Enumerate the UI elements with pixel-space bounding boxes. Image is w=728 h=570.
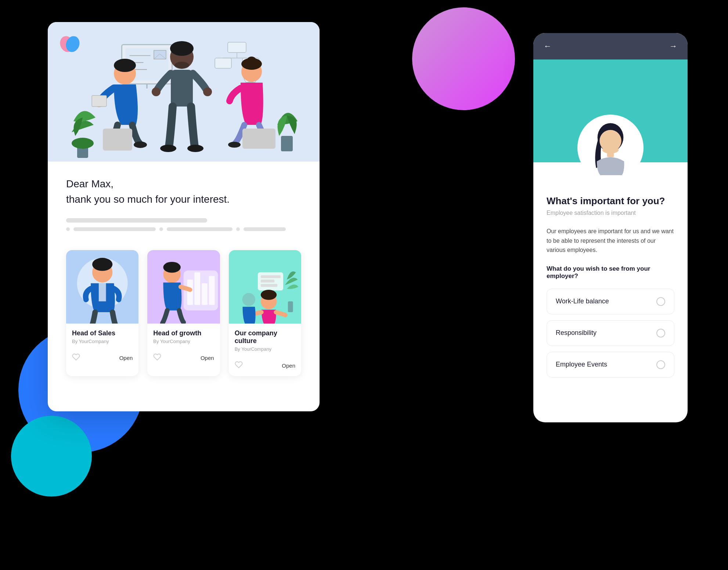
job-card-3-heart-icon[interactable] [235,361,243,370]
svg-point-32 [160,145,176,152]
job-card-1-open-button[interactable]: Open [119,355,133,361]
job-card-2-actions: Open [147,350,220,368]
option-responsibility-radio[interactable] [656,329,665,338]
svg-point-20 [114,59,136,72]
svg-point-28 [174,62,189,69]
job-card-3[interactable]: Our company culture By YourCompany Open [229,250,301,376]
option-employee-events-radio[interactable] [656,360,665,369]
option-work-life-balance-radio[interactable] [656,297,665,306]
svg-point-30 [152,87,161,96]
job-cards: Head of Sales By YourCompany Open [66,250,301,376]
left-panel-content: Dear Max, thank you so much for your int… [48,162,320,391]
left-panel: Dear Max, thank you so much for your int… [48,22,320,411]
svg-point-59 [242,293,255,306]
greeting-text: Dear Max, thank you so much for your int… [66,176,301,207]
job-card-2-open-button[interactable]: Open [201,355,214,361]
job-card-2-title: Head of growth [153,329,214,337]
forward-arrow-button[interactable]: → [669,42,677,51]
job-card-1-title: Head of Sales [72,329,133,337]
svg-rect-25 [103,129,132,151]
svg-rect-44 [99,283,106,301]
right-panel: ← → [533,33,688,422]
text-placeholder-lines [66,218,301,235]
job-card-3-footer: Our company culture By YourCompany [229,324,301,358]
svg-point-43 [92,258,112,271]
svg-point-33 [187,145,203,152]
job-card-2[interactable]: Head of growth By YourCompany Open [147,250,220,376]
option-employee-events-label: Employee Events [556,361,607,368]
avatar-circle [577,115,644,181]
bg-circle-purple [412,7,515,110]
svg-rect-29 [171,70,193,107]
option-employee-events[interactable]: Employee Events [547,352,674,378]
job-card-1-company: By YourCompany [72,339,133,344]
job-card-2-company: By YourCompany [153,339,214,344]
job-card-1[interactable]: Head of Sales By YourCompany Open [66,250,138,376]
job-card-1-image [66,250,138,324]
option-responsibility-label: Responsibility [556,329,597,337]
svg-point-18 [72,138,94,149]
svg-point-51 [163,262,181,273]
svg-rect-55 [260,279,274,282]
svg-rect-52 [288,301,293,312]
job-card-1-heart-icon[interactable] [72,353,80,362]
svg-point-23 [134,141,147,148]
job-card-2-footer: Head of growth By YourCompany [147,324,220,350]
option-responsibility[interactable]: Responsibility [547,320,674,346]
job-card-1-actions: Open [66,350,138,368]
mobile-content: What's important for you? Employee satis… [533,166,688,397]
option-work-life-balance[interactable]: Work-Life balance [547,289,674,314]
svg-point-36 [246,57,257,67]
description-text: Our employees are important for us and w… [547,227,674,255]
mobile-hero [533,59,688,162]
job-card-3-company: By YourCompany [235,346,295,352]
job-card-1-footer: Head of Sales By YourCompany [66,324,138,350]
job-card-2-heart-icon[interactable] [153,353,161,362]
option-work-life-balance-label: Work-Life balance [556,297,609,305]
sub-question: What do you wish to see from your employ… [547,265,674,280]
job-card-2-image [147,250,220,324]
job-card-3-actions: Open [229,358,301,376]
back-arrow-button[interactable]: ← [544,42,552,51]
svg-rect-40 [281,136,293,151]
svg-rect-39 [242,129,275,149]
job-card-3-open-button[interactable]: Open [282,362,295,369]
svg-point-58 [260,290,276,300]
job-card-3-title: Our company culture [235,329,295,345]
svg-rect-56 [260,284,277,287]
svg-point-63 [602,147,619,154]
scene: Dear Max, thank you so much for your int… [0,0,728,570]
question-title: What's important for you? [547,195,674,207]
svg-point-37 [228,142,241,148]
bg-circle-teal [11,416,92,497]
svg-point-31 [203,87,212,96]
mobile-header: ← → [533,33,688,59]
question-subtitle: Employee satisfaction is important [547,210,674,216]
job-card-3-image [229,250,301,324]
hero-illustration [48,22,320,162]
svg-point-27 [170,41,194,56]
svg-rect-54 [260,275,280,278]
svg-rect-24 [92,95,107,107]
